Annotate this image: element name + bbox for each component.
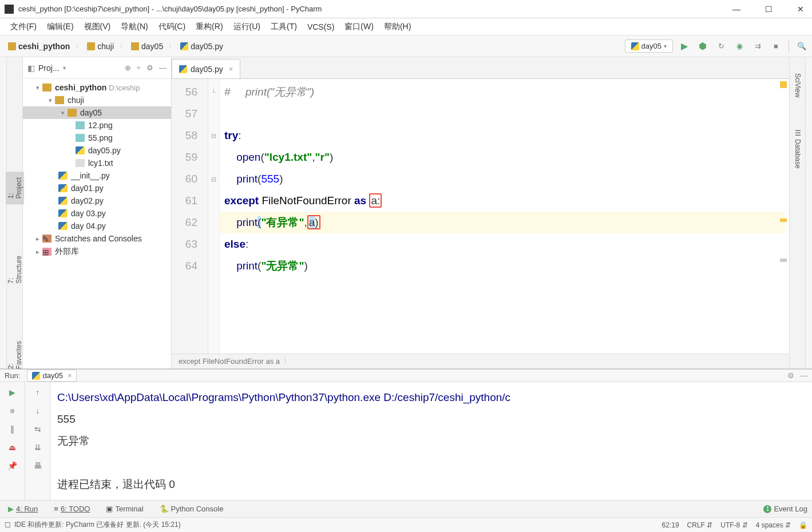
run-panel-title: Run: — [5, 371, 20, 380]
todo-tab[interactable]: ≡6: TODO — [50, 503, 93, 514]
close-icon[interactable]: × — [68, 371, 72, 380]
minimize-button[interactable]: — — [730, 2, 743, 16]
tree-folder-selected[interactable]: ▾day05 — [23, 106, 171, 119]
cursor-position[interactable]: 62:19 — [662, 521, 679, 529]
hide-icon[interactable]: — — [800, 371, 807, 380]
gear-icon[interactable]: ⚙ — [787, 371, 794, 380]
run-button[interactable]: ▶ — [679, 41, 690, 52]
maximize-button[interactable]: ☐ — [762, 2, 775, 16]
gear-icon[interactable]: ⚙ — [146, 63, 153, 72]
pin-button[interactable]: 📌 — [7, 460, 18, 471]
print-button[interactable]: 🖶 — [32, 460, 43, 471]
attach-button[interactable]: ⇉ — [752, 41, 763, 52]
project-panel-header: ◧Proj...▾ ⊕ ÷ ⚙ — — [23, 57, 171, 79]
fold-end-icon[interactable]: └ — [208, 81, 219, 103]
pause-button[interactable]: ‖ — [7, 423, 18, 435]
stop-button[interactable]: ■ — [7, 405, 18, 416]
run-config-selector[interactable]: day05 ▾ — [625, 39, 673, 53]
menu-file[interactable]: 文件(F) — [7, 19, 40, 34]
warning-stripe[interactable] — [780, 259, 787, 262]
menu-edit[interactable]: 编辑(E) — [43, 19, 77, 34]
notification-badge: 1 — [763, 505, 771, 513]
window-title: ceshi_python [D:\ceship7\ceshi_python] -… — [18, 5, 730, 13]
tree-file[interactable]: day05.py — [23, 144, 171, 157]
debug-button[interactable]: ⬢ — [697, 41, 708, 52]
menu-run[interactable]: 运行(U) — [230, 19, 264, 34]
code-content[interactable]: # print("无异常") try: open("lcy1.txt","r")… — [220, 79, 789, 354]
search-everywhere-button[interactable]: 🔍 — [796, 41, 807, 52]
tree-file[interactable]: day 03.py — [23, 207, 171, 220]
warning-stripe[interactable] — [780, 219, 787, 222]
breadcrumb-item[interactable]: ceshi_python — [5, 41, 73, 52]
tree-scratches[interactable]: ▸✎Scratches and Consoles — [23, 232, 171, 245]
rerun-button[interactable]: ▶ — [7, 387, 18, 398]
close-icon[interactable]: × — [229, 65, 233, 73]
favorites-tool-tab[interactable]: 2: Favorites — [6, 335, 24, 368]
up-button[interactable]: ↑ — [32, 387, 43, 398]
file-encoding[interactable]: UTF-8 ⇵ — [720, 521, 747, 529]
panel-title-label: Proj... — [38, 63, 60, 73]
project-tool-tab[interactable]: 1: Project — [6, 172, 24, 204]
editor-tab-label: day05.py — [191, 65, 223, 74]
indent-settings[interactable]: 4 spaces ⇵ — [756, 521, 791, 529]
breadcrumb: ceshi_python 〉 chuji 〉 day05 〉 day05.py — [5, 41, 625, 52]
breadcrumb-item[interactable]: day05.py — [177, 41, 227, 52]
close-button[interactable]: ✕ — [794, 2, 807, 16]
breadcrumb-item[interactable]: day05 — [128, 41, 167, 52]
tree-file[interactable]: day02.py — [23, 194, 171, 207]
menu-view[interactable]: 视图(V) — [81, 19, 114, 34]
run-config-tab[interactable]: day05 × — [27, 370, 77, 382]
locate-icon[interactable]: ⊕ — [125, 63, 131, 72]
bottom-tool-tabs: ▶4: Run ≡6: TODO ▣Terminal 🐍Python Conso… — [0, 500, 812, 517]
run-tab[interactable]: ▶4: Run — [5, 503, 41, 514]
lock-icon[interactable]: 🔒 — [799, 521, 807, 529]
tree-folder-root[interactable]: ▾ceshi_pythonD:\ceship — [23, 81, 171, 94]
editor-tab[interactable]: day05.py × — [172, 59, 240, 78]
tree-folder[interactable]: ▾chuji — [23, 94, 171, 106]
tree-file[interactable]: __init__.py — [23, 169, 171, 182]
scroll-button[interactable]: ⇊ — [32, 442, 43, 453]
coverage-button[interactable]: ↻ — [715, 41, 727, 52]
tree-ext-lib[interactable]: ▸⊞外部库 — [23, 245, 171, 259]
wrap-button[interactable]: ⇆ — [32, 423, 43, 435]
terminal-tab[interactable]: ▣Terminal — [102, 503, 146, 514]
tree-file[interactable]: day 04.py — [23, 220, 171, 232]
collapse-icon[interactable]: ÷ — [137, 63, 141, 72]
structure-tool-tab[interactable]: 7: Structure — [6, 250, 24, 289]
menu-tools[interactable]: 工具(T) — [267, 19, 300, 34]
console-output[interactable]: C:\Users\xd\AppData\Local\Programs\Pytho… — [50, 382, 812, 500]
folder-icon — [131, 42, 139, 50]
fold-icon[interactable]: ⊟ — [208, 168, 219, 190]
terminal-icon: ▣ — [106, 505, 113, 513]
hide-icon[interactable]: — — [159, 63, 167, 72]
tree-file[interactable]: lcy1.txt — [23, 157, 171, 169]
tree-file[interactable]: day01.py — [23, 182, 171, 194]
chevron-right-icon: 〉 — [76, 42, 81, 50]
python-file-icon — [58, 184, 68, 192]
code-editor[interactable]: 565758 596061 626364 └⊟ ⊟ # print("无异常")… — [172, 79, 789, 354]
sciview-tool-tab[interactable]: SciView — [793, 69, 803, 102]
editor-minimap[interactable] — [780, 81, 787, 310]
exit-button[interactable]: ⏏ — [7, 442, 18, 453]
database-tool-tab[interactable]: ☰ Database — [793, 125, 803, 173]
profile-button[interactable]: ◉ — [734, 41, 745, 52]
fold-icon[interactable]: ⊟ — [208, 125, 219, 146]
status-icon[interactable]: ☐ — [5, 521, 11, 529]
menu-vcs[interactable]: VCS(S) — [304, 20, 338, 34]
breadcrumb-item[interactable]: chuji — [84, 41, 117, 52]
tree-file[interactable]: 55.png — [23, 132, 171, 144]
stop-button[interactable]: ■ — [770, 41, 782, 52]
tree-file[interactable]: 12.png — [23, 119, 171, 132]
down-button[interactable]: ↓ — [32, 405, 43, 416]
menu-help[interactable]: 帮助(H) — [381, 19, 414, 34]
python-console-tab[interactable]: 🐍Python Console — [156, 503, 227, 514]
event-log-tab[interactable]: 1Event Log — [763, 505, 807, 513]
line-separator[interactable]: CRLF ⇵ — [687, 521, 713, 529]
menu-code[interactable]: 代码(C) — [155, 19, 189, 34]
menu-refactor[interactable]: 重构(R) — [192, 19, 226, 34]
menu-window[interactable]: 窗口(W) — [341, 19, 377, 34]
editor-breadcrumb-strip[interactable]: except FileNotFoundError as a〉 — [172, 354, 789, 368]
warning-marker[interactable] — [780, 81, 787, 88]
menu-navigate[interactable]: 导航(N) — [117, 19, 151, 34]
project-tree[interactable]: ▾ceshi_pythonD:\ceship ▾chuji ▾day05 12.… — [23, 79, 171, 368]
